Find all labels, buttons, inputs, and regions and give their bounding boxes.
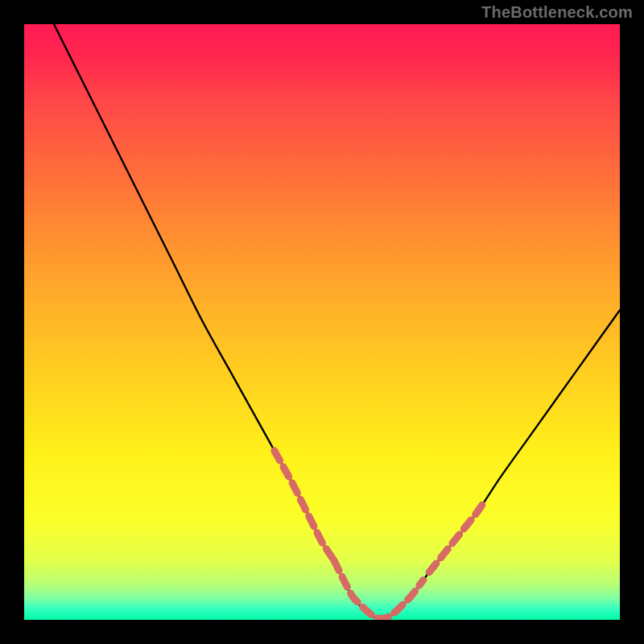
- highlight-dash-group: [275, 451, 483, 619]
- plot-area: [24, 24, 620, 620]
- highlight-dash-segment: [334, 560, 423, 619]
- bottleneck-curve-svg: [24, 24, 620, 620]
- highlight-dash-segment: [275, 451, 334, 560]
- watermark-text: TheBottleneck.com: [481, 3, 633, 22]
- bottleneck-curve: [54, 24, 620, 620]
- highlight-dash-segment: [429, 504, 483, 572]
- chart-stage: TheBottleneck.com: [0, 0, 644, 644]
